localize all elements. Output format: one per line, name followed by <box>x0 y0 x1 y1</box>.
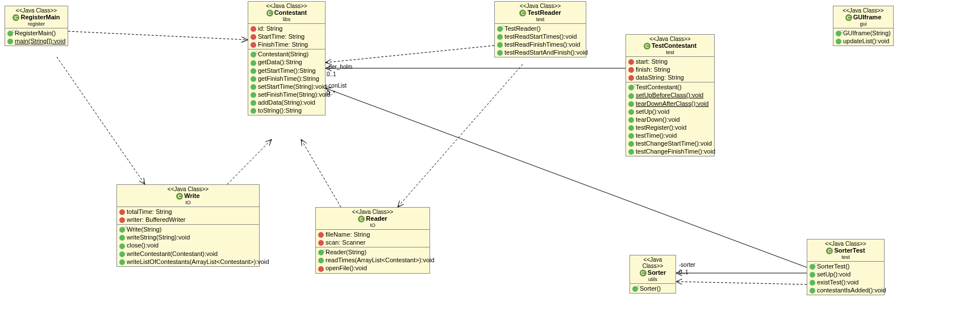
op: TestReader() <box>495 24 586 32</box>
svg-line-9 <box>676 282 807 284</box>
package-name: gui <box>836 21 891 27</box>
public-icon <box>628 125 634 131</box>
attr: id: String <box>248 24 325 32</box>
class-name: CSorter <box>632 269 673 276</box>
public-icon <box>251 108 256 114</box>
stereotype: <<Java Class>> <box>251 3 323 9</box>
op: writeListOfContestants(ArrayList<Contest… <box>117 258 259 266</box>
private-icon <box>628 67 634 73</box>
public-icon <box>810 280 815 286</box>
public-icon <box>836 39 841 44</box>
op: addData(String):void <box>248 98 325 106</box>
op: existTest():void <box>807 278 884 286</box>
operations-section: RegisterMain() main(String[]):void <box>5 28 68 46</box>
class-register-main: <<Java Class>> CRegisterMain register Re… <box>5 6 68 46</box>
op: getStartTime():String <box>248 67 325 75</box>
public-icon <box>628 101 634 107</box>
op: updateList():void <box>833 37 893 45</box>
op: readTimes(ArrayList<Contestant>):void <box>316 256 429 264</box>
attributes-section: start: String finish: String dataString:… <box>626 57 714 82</box>
assoc-label-per-holm: -per_holm <box>327 64 352 70</box>
stereotype: <<Java Class>> <box>497 3 583 9</box>
public-icon <box>497 42 503 48</box>
assoc-label-con-list: -conList <box>327 82 347 89</box>
public-icon <box>119 251 125 257</box>
stereotype: <<Java Class>> <box>628 36 712 42</box>
public-icon <box>251 84 256 90</box>
class-icon: C <box>640 270 647 276</box>
public-icon <box>251 68 256 74</box>
private-icon <box>119 217 125 223</box>
constructor-icon <box>251 52 256 57</box>
class-icon: C <box>12 14 19 21</box>
private-icon <box>251 42 256 48</box>
op: Write(String) <box>117 225 259 233</box>
assoc-mult-con-list: 0..* <box>327 90 335 96</box>
op: testReadStartTimes():void <box>495 32 586 40</box>
svg-line-0 <box>68 31 248 40</box>
public-icon <box>628 141 634 147</box>
op: testTime():void <box>626 131 714 139</box>
class-name: CSorterTest <box>810 247 882 254</box>
operations-section: TestReader() testReadStartTimes():void t… <box>495 24 586 57</box>
package-name: test <box>497 16 583 22</box>
op: main(String[]):void <box>5 37 68 45</box>
constructor-icon <box>628 85 634 90</box>
package-name: utils <box>632 276 673 282</box>
class-name: CReader <box>318 215 427 222</box>
class-icon: C <box>176 193 183 200</box>
attributes-section: id: String StartTime: String FinishTime:… <box>248 24 325 49</box>
private-icon <box>318 232 324 238</box>
class-icon: C <box>826 247 833 254</box>
package-name: libs <box>251 16 323 22</box>
public-icon <box>628 117 634 123</box>
class-sorter-test: <<Java Class>> CSorterTest test SorterTe… <box>807 239 885 295</box>
class-icon: C <box>266 10 273 16</box>
attr: fileName: String <box>316 230 429 238</box>
op: setUp():void <box>626 108 714 115</box>
private-icon <box>251 26 256 32</box>
class-name: CWrite <box>119 192 257 200</box>
public-icon <box>497 34 503 40</box>
operations-section: SorterTest() setUp():void existTest():vo… <box>807 262 884 295</box>
class-icon: C <box>845 14 852 21</box>
op: GUIframe(String) <box>833 29 893 37</box>
op: Sorter() <box>630 284 675 292</box>
op: writeContestant(Contestant):void <box>117 250 259 258</box>
class-header: <<Java Class>> CContestant libs <box>248 2 325 24</box>
class-name: CTestContestant <box>628 42 712 49</box>
public-icon <box>628 149 634 155</box>
constructor-icon <box>632 286 638 292</box>
svg-line-2 <box>227 139 272 184</box>
op: testChangeFinishTime():void <box>626 147 714 155</box>
class-icon: C <box>644 43 650 49</box>
public-icon <box>628 133 634 139</box>
assoc-label-sorter: -sorter <box>679 262 695 268</box>
assoc-mult-per-holm: 0..1 <box>327 71 336 77</box>
constructor-icon <box>7 31 13 36</box>
attributes-section: totalTime: String writer: BufferedWriter <box>117 207 259 225</box>
package-name: IO <box>318 222 427 228</box>
assoc-mult-sorter: 0..1 <box>679 269 689 275</box>
private-icon <box>628 75 634 81</box>
public-icon <box>810 288 815 294</box>
op: testReadFinishTimes():void <box>495 40 586 48</box>
public-icon <box>251 60 256 66</box>
public-icon <box>810 272 815 278</box>
op: SorterTest() <box>807 262 884 270</box>
class-gui-frame: <<Java Class>> CGUIframe gui GUIframe(St… <box>833 6 894 46</box>
class-header: <<Java Class>> CTestContestant test <box>626 35 714 57</box>
attr: totalTime: String <box>117 208 259 216</box>
public-icon <box>628 109 634 115</box>
private-icon <box>318 240 324 246</box>
public-icon <box>318 258 324 263</box>
op: Contestant(String) <box>248 50 325 58</box>
class-reader: <<Java Class>> CReader IO fileName: Stri… <box>315 207 430 274</box>
public-icon <box>119 259 125 265</box>
op: setUp():void <box>807 270 884 278</box>
attr: start: String <box>626 57 714 65</box>
class-name: CGUIframe <box>836 14 891 21</box>
package-name: IO <box>119 200 257 205</box>
public-icon <box>251 100 256 106</box>
attr: writer: BufferedWriter <box>117 216 259 224</box>
